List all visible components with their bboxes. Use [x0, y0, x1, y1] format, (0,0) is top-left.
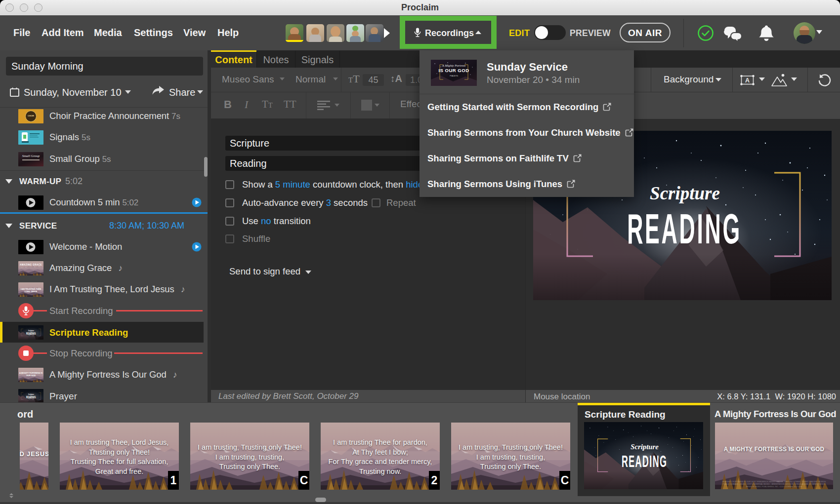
svg-text:A: A [745, 77, 750, 84]
